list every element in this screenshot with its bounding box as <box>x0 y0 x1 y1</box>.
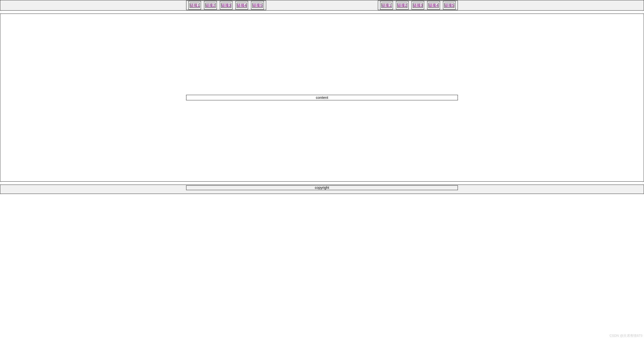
nav-link-right-4[interactable]: 链接4 <box>428 3 438 8</box>
spacer-top <box>0 11 644 14</box>
footer-band: copyright <box>0 185 644 194</box>
nav-group-left: 链接1 链接2 链接3 链接4 链接5 <box>186 1 266 10</box>
nav-link-left-1[interactable]: 链接1 <box>190 3 200 8</box>
content-box: content <box>186 95 458 100</box>
nav-item-right-1[interactable]: 链接1 <box>380 1 393 10</box>
nav-link-right-3[interactable]: 链接3 <box>413 3 423 8</box>
nav-item-left-2[interactable]: 链接2 <box>204 1 217 10</box>
nav-item-left-4[interactable]: 链接4 <box>235 1 248 10</box>
nav-group-right: 链接1 链接2 链接3 链接4 链接5 <box>378 1 458 10</box>
nav-link-left-5[interactable]: 链接5 <box>252 3 262 8</box>
spacer-bottom <box>0 182 644 185</box>
watermark: CSDN @天若有情673 <box>610 333 642 338</box>
content-label: content <box>316 95 328 100</box>
nav-item-right-2[interactable]: 链接2 <box>396 1 409 10</box>
footer-label: copyright <box>315 186 329 190</box>
footer-box: copyright <box>186 185 458 190</box>
nav-row: 链接1 链接2 链接3 链接4 链接5 链接1 <box>186 1 458 10</box>
main-band: content <box>0 14 644 182</box>
nav-item-right-5[interactable]: 链接5 <box>443 1 456 10</box>
nav-item-right-3[interactable]: 链接3 <box>412 1 424 10</box>
nav-link-right-1[interactable]: 链接1 <box>381 3 391 8</box>
nav-item-right-4[interactable]: 链接4 <box>427 1 440 10</box>
nav-link-left-2[interactable]: 链接2 <box>205 3 215 8</box>
nav-link-left-4[interactable]: 链接4 <box>237 3 247 8</box>
nav-link-right-5[interactable]: 链接5 <box>444 3 454 8</box>
nav-item-left-5[interactable]: 链接5 <box>251 1 264 10</box>
nav-link-left-3[interactable]: 链接3 <box>221 3 231 8</box>
nav-item-left-1[interactable]: 链接1 <box>188 1 201 10</box>
nav-link-right-2[interactable]: 链接2 <box>397 3 407 8</box>
nav-item-left-3[interactable]: 链接3 <box>220 1 232 10</box>
page-root: 链接1 链接2 链接3 链接4 链接5 链接1 <box>0 0 644 194</box>
header-band: 链接1 链接2 链接3 链接4 链接5 链接1 <box>0 0 644 11</box>
